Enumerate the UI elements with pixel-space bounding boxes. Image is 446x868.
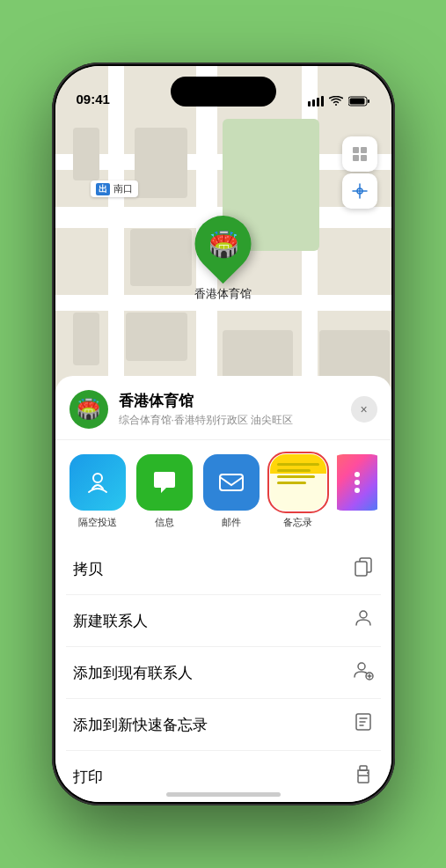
action-item-print[interactable]: 打印 xyxy=(66,751,381,795)
share-item-more[interactable] xyxy=(337,454,377,529)
phone-screen: 09:41 xyxy=(55,66,391,802)
svg-rect-1 xyxy=(312,99,315,107)
venue-icon: 🏟️ xyxy=(69,390,108,429)
more-dot-2 xyxy=(355,480,360,485)
svg-rect-2 xyxy=(317,98,319,107)
notes-line-2 xyxy=(277,469,311,472)
action-item-quick-note[interactable]: 添加到新快速备忘录 xyxy=(66,699,381,751)
airdrop-icon xyxy=(83,467,113,497)
action-item-new-contact[interactable]: 新建联系人 xyxy=(66,595,381,647)
mail-label: 邮件 xyxy=(222,516,241,529)
location-pin: 🏟️ 香港体育馆 xyxy=(194,216,252,302)
more-dot-3 xyxy=(355,488,360,493)
action-item-add-contact[interactable]: 添加到现有联系人 xyxy=(66,647,381,699)
svg-rect-20 xyxy=(358,776,369,783)
bottom-sheet: 🏟️ 香港体育馆 综合体育馆·香港特别行政区 油尖旺区 × xyxy=(55,376,391,802)
svg-rect-10 xyxy=(361,155,367,161)
notes-line-4 xyxy=(277,482,307,484)
phone-frame: 09:41 xyxy=(52,63,395,805)
more-dot-1 xyxy=(355,472,360,477)
svg-point-12 xyxy=(93,474,102,482)
venue-subtitle: 综合体育馆·香港特别行政区 油尖旺区 xyxy=(119,413,340,428)
signal-icon xyxy=(308,96,324,107)
svg-rect-13 xyxy=(220,474,243,490)
share-row: 隔空投送 信息 xyxy=(55,440,391,543)
airdrop-label: 隔空投送 xyxy=(78,516,117,529)
venue-info: 香港体育馆 综合体育馆·香港特别行政区 油尖旺区 xyxy=(119,391,340,428)
mail-icon-wrap xyxy=(203,454,260,511)
map-label: 出 南口 xyxy=(91,180,138,197)
message-icon-wrap xyxy=(136,454,193,511)
svg-rect-15 xyxy=(355,562,367,576)
action-list: 拷贝 新建联系人 xyxy=(55,543,391,795)
home-indicator xyxy=(166,792,281,797)
person-icon xyxy=(353,607,374,634)
notes-line-1 xyxy=(277,463,319,466)
pin-circle: 🏟️ xyxy=(183,204,263,284)
map-label-prefix: 出 xyxy=(96,183,110,195)
pin-icon: 🏟️ xyxy=(208,230,238,259)
share-item-mail[interactable]: 邮件 xyxy=(203,454,260,529)
venue-name: 香港体育馆 xyxy=(119,391,340,411)
notes-label: 备忘录 xyxy=(283,516,312,529)
dynamic-island xyxy=(171,77,276,107)
action-copy-label: 拷贝 xyxy=(73,559,103,579)
more-icon-wrap xyxy=(337,454,377,511)
notes-line-3 xyxy=(277,475,315,478)
svg-point-16 xyxy=(360,611,367,618)
svg-rect-8 xyxy=(361,147,367,153)
map-type-button[interactable] xyxy=(342,136,377,172)
svg-rect-6 xyxy=(349,99,364,105)
svg-rect-21 xyxy=(360,766,367,770)
svg-point-22 xyxy=(367,772,369,774)
sheet-header: 🏟️ 香港体育馆 综合体育馆·香港特别行政区 油尖旺区 × xyxy=(55,376,391,440)
notes-icon-wrap xyxy=(270,454,326,511)
action-print-label: 打印 xyxy=(73,767,103,787)
action-new-contact-label: 新建联系人 xyxy=(73,611,148,631)
map-label-text: 南口 xyxy=(113,182,133,195)
pin-label: 香港体育馆 xyxy=(194,286,252,302)
print-icon xyxy=(353,763,374,790)
action-add-contact-label: 添加到现有联系人 xyxy=(73,663,193,683)
share-item-airdrop[interactable]: 隔空投送 xyxy=(69,454,126,529)
note-icon xyxy=(353,711,374,738)
svg-rect-0 xyxy=(308,101,311,107)
notes-icon-inner xyxy=(270,454,326,511)
svg-rect-9 xyxy=(353,155,359,161)
status-time: 09:41 xyxy=(77,92,110,107)
status-icons xyxy=(308,96,370,107)
message-icon xyxy=(149,467,180,498)
share-item-notes[interactable]: 备忘录 xyxy=(270,454,326,529)
action-item-copy[interactable]: 拷贝 xyxy=(66,543,381,595)
person-add-icon xyxy=(353,659,374,686)
svg-rect-5 xyxy=(368,99,369,103)
svg-rect-3 xyxy=(321,96,324,107)
map-controls[interactable] xyxy=(342,136,377,209)
svg-point-17 xyxy=(358,663,365,670)
message-label: 信息 xyxy=(155,516,174,529)
action-quick-note-label: 添加到新快速备忘录 xyxy=(73,715,208,735)
mail-icon xyxy=(216,467,247,498)
airdrop-icon-wrap xyxy=(69,454,126,511)
sheet-close-button[interactable]: × xyxy=(351,396,377,423)
share-item-message[interactable]: 信息 xyxy=(136,454,193,529)
battery-icon xyxy=(348,96,370,107)
copy-icon xyxy=(353,555,374,582)
wifi-icon xyxy=(329,96,343,107)
location-button[interactable] xyxy=(342,173,377,209)
svg-rect-7 xyxy=(353,147,359,153)
